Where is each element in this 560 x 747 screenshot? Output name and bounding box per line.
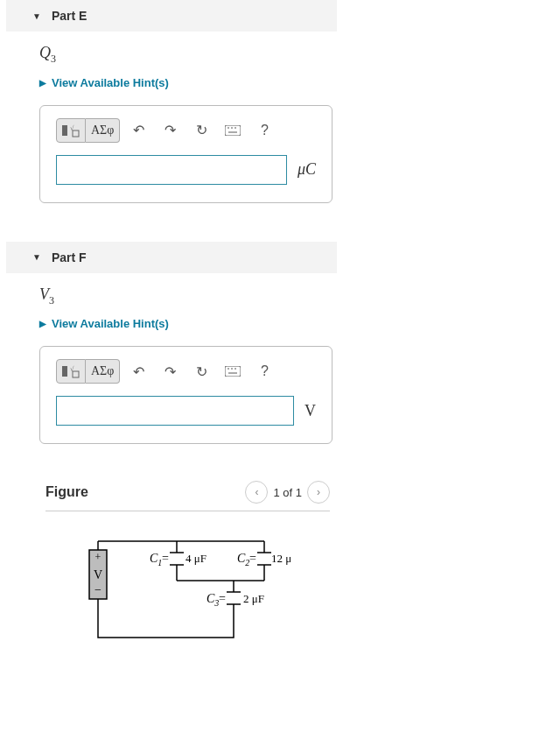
part-e-toolbar: √ ΑΣφ ↶ ↷ ↻ ? xyxy=(56,118,316,143)
circuit-diagram: + V − C1 = 4 μF C2 = 12 μF C3 = 2 μF xyxy=(46,520,330,661)
svg-rect-8 xyxy=(62,366,67,377)
reset-icon: ↻ xyxy=(196,122,207,138)
svg-text:C2: C2 xyxy=(237,552,249,567)
redo-icon: ↷ xyxy=(164,122,176,138)
part-f-title: Part F xyxy=(52,250,87,264)
svg-text:−: − xyxy=(94,583,102,596)
keyboard-button[interactable] xyxy=(220,359,246,384)
template-icon: √ xyxy=(62,123,80,137)
svg-text:V: V xyxy=(94,568,102,581)
svg-rect-3 xyxy=(225,125,241,136)
template-button[interactable]: √ xyxy=(56,359,86,384)
symbols-button[interactable]: ΑΣφ xyxy=(86,118,120,143)
redo-button[interactable]: ↷ xyxy=(157,359,183,384)
help-button[interactable]: ? xyxy=(251,359,277,384)
part-e-hints-link[interactable]: ▶ View Available Hint(s) xyxy=(39,76,525,89)
figure-title: Figure xyxy=(46,484,88,500)
figure-next-button[interactable]: › xyxy=(307,481,330,504)
chevron-left-icon: ‹ xyxy=(255,486,258,498)
reset-button[interactable]: ↻ xyxy=(188,359,214,384)
svg-text:=: = xyxy=(162,552,169,565)
help-button[interactable]: ? xyxy=(251,118,277,143)
svg-text:=: = xyxy=(249,552,256,565)
part-f-variable: V3 xyxy=(39,285,525,307)
undo-button[interactable]: ↶ xyxy=(125,118,151,143)
part-e-title: Part E xyxy=(52,9,87,23)
undo-button[interactable]: ↶ xyxy=(125,359,151,384)
part-e-variable: Q3 xyxy=(39,44,525,66)
template-button[interactable]: √ xyxy=(56,118,86,143)
svg-text:+: + xyxy=(95,551,102,563)
part-e-body: Q3 ▶ View Available Hint(s) √ ΑΣφ ↶ ↷ xyxy=(0,44,560,221)
svg-text:C1: C1 xyxy=(150,552,162,567)
undo-icon: ↶ xyxy=(133,122,144,138)
part-f-answer-input[interactable] xyxy=(56,396,294,426)
part-e-answer-input[interactable] xyxy=(56,155,287,185)
svg-text:=: = xyxy=(219,592,226,605)
part-f-answer-box: √ ΑΣφ ↶ ↷ ↻ ? V xyxy=(39,346,332,444)
part-e-header[interactable]: ▼ Part E xyxy=(6,0,337,32)
part-f-header[interactable]: ▼ Part F xyxy=(6,242,337,273)
undo-icon: ↶ xyxy=(133,363,144,380)
caret-right-icon: ▶ xyxy=(39,319,46,328)
caret-down-icon: ▼ xyxy=(32,11,41,21)
help-icon: ? xyxy=(261,363,269,379)
help-icon: ? xyxy=(261,123,269,138)
keyboard-icon xyxy=(225,125,241,136)
part-e-unit: μC xyxy=(298,160,316,179)
svg-rect-11 xyxy=(225,366,241,377)
part-f-hints-link[interactable]: ▶ View Available Hint(s) xyxy=(39,317,525,330)
chevron-right-icon: › xyxy=(317,486,320,498)
hints-label: View Available Hint(s) xyxy=(52,317,169,330)
redo-button[interactable]: ↷ xyxy=(157,118,183,143)
part-f-unit: V xyxy=(304,402,316,420)
svg-text:2 μF: 2 μF xyxy=(243,592,264,605)
figure-section: Figure ‹ 1 of 1 › xyxy=(46,481,330,661)
svg-rect-0 xyxy=(62,125,67,136)
redo-icon: ↷ xyxy=(164,363,176,380)
reset-icon: ↻ xyxy=(196,363,207,380)
keyboard-icon xyxy=(225,366,241,377)
caret-right-icon: ▶ xyxy=(39,78,46,88)
figure-prev-button[interactable]: ‹ xyxy=(245,481,268,504)
template-icon: √ xyxy=(62,364,80,378)
keyboard-button[interactable] xyxy=(220,118,246,143)
reset-button[interactable]: ↻ xyxy=(188,118,214,143)
symbols-button[interactable]: ΑΣφ xyxy=(86,359,120,384)
svg-text:12 μF: 12 μF xyxy=(271,552,290,565)
figure-nav: ‹ 1 of 1 › xyxy=(245,481,330,504)
part-f-body: V3 ▶ View Available Hint(s) √ ΑΣφ ↶ ↷ xyxy=(0,285,560,462)
part-f-toolbar: √ ΑΣφ ↶ ↷ ↻ ? xyxy=(56,359,316,384)
caret-down-icon: ▼ xyxy=(32,252,41,262)
figure-counter: 1 of 1 xyxy=(273,486,302,499)
svg-text:C3: C3 xyxy=(206,592,219,608)
part-e-answer-box: √ ΑΣφ ↶ ↷ ↻ ? μC xyxy=(39,105,332,203)
svg-text:4 μF: 4 μF xyxy=(186,552,206,565)
hints-label: View Available Hint(s) xyxy=(52,76,169,89)
